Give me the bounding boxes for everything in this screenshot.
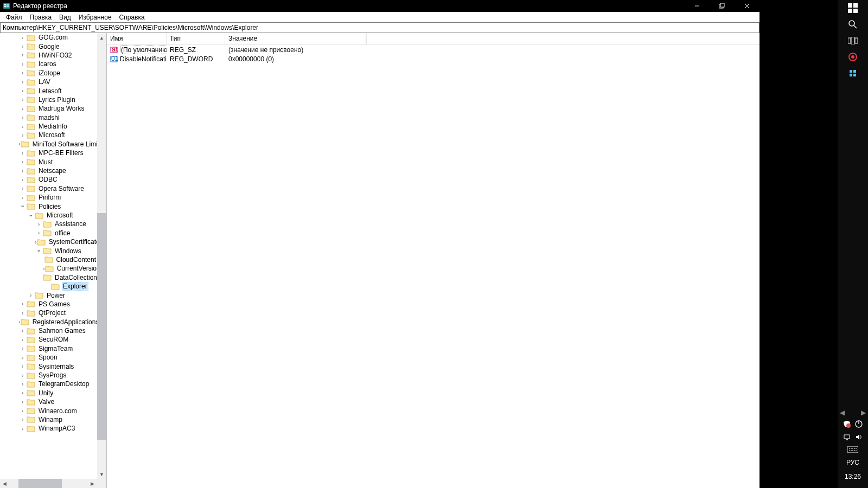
taskbar-app-record[interactable] bbox=[840, 49, 866, 65]
expand-icon[interactable]: › bbox=[35, 221, 43, 227]
expand-icon[interactable]: › bbox=[18, 168, 27, 174]
expand-icon[interactable]: › bbox=[18, 301, 27, 307]
tree-item[interactable]: ›Sahmon Games bbox=[0, 326, 97, 335]
tree-item[interactable]: ›Sysinternals bbox=[0, 362, 97, 370]
expand-icon[interactable]: › bbox=[18, 43, 27, 49]
tray-overflow[interactable]: ◀▶ bbox=[838, 408, 868, 418]
tree-item[interactable]: ›PS Games bbox=[0, 300, 97, 309]
expand-icon[interactable]: › bbox=[18, 124, 27, 130]
expand-icon[interactable]: › bbox=[18, 114, 27, 120]
tree-item[interactable]: ›Madruga Works bbox=[0, 104, 97, 113]
expand-icon[interactable]: › bbox=[18, 337, 27, 343]
hscroll-thumb[interactable] bbox=[18, 479, 62, 488]
expand-icon[interactable]: › bbox=[18, 399, 27, 405]
expand-icon[interactable]: › bbox=[18, 328, 27, 334]
search-icon[interactable] bbox=[840, 16, 866, 33]
tree-item[interactable]: DataCollection bbox=[0, 273, 97, 282]
expand-icon[interactable]: › bbox=[18, 345, 27, 351]
tree-item[interactable]: ›madshi bbox=[0, 113, 97, 122]
expand-icon[interactable]: › bbox=[18, 106, 27, 112]
tree-item[interactable]: ›WinampAC3 bbox=[0, 424, 97, 433]
tree-item[interactable]: ›CurrentVersion bbox=[0, 264, 97, 273]
tree-item[interactable]: ›Opera Software bbox=[0, 184, 97, 193]
tree-item[interactable]: ›Letasoft bbox=[0, 86, 97, 95]
collapse-icon[interactable]: ⌄ bbox=[18, 202, 27, 208]
tree-item[interactable]: ⌄Microsoft bbox=[0, 211, 97, 220]
expand-icon[interactable]: › bbox=[18, 150, 27, 156]
collapse-icon[interactable]: ⌄ bbox=[35, 247, 43, 253]
expand-icon[interactable]: › bbox=[18, 97, 27, 102]
tree-hscrollbar[interactable]: ◀ ▶ bbox=[0, 479, 106, 488]
tree-item[interactable]: ›Lyrics Plugin bbox=[0, 95, 97, 104]
tree-item[interactable]: ›RegisteredApplications bbox=[0, 318, 97, 326]
tree-item[interactable]: Explorer bbox=[0, 282, 97, 291]
tree-item[interactable]: ›ODBC bbox=[0, 175, 97, 184]
expand-icon[interactable]: › bbox=[18, 79, 27, 85]
tree-item[interactable]: ›SysProgs bbox=[0, 371, 97, 380]
tree-item[interactable]: ›Netscape bbox=[0, 166, 97, 175]
tree-item[interactable]: ›Spoon bbox=[0, 353, 97, 362]
menu-file[interactable]: Файл bbox=[2, 12, 26, 22]
address-input[interactable] bbox=[1, 23, 759, 33]
tree-item[interactable]: ›Unity bbox=[0, 389, 97, 397]
taskbar-app-regedit[interactable] bbox=[840, 65, 866, 81]
collapse-icon[interactable]: ⌄ bbox=[27, 211, 35, 217]
registry-tree[interactable]: ›GOG.com›Google›HWiNFO32›Icaros›iZotope›… bbox=[0, 33, 97, 479]
menu-view[interactable]: Вид bbox=[55, 12, 75, 22]
tray-keyboard-icon[interactable] bbox=[847, 446, 858, 453]
tree-item[interactable]: ⌄Policies bbox=[0, 202, 97, 210]
tree-item[interactable]: ›Icaros bbox=[0, 60, 97, 68]
minimize-button[interactable] bbox=[685, 0, 710, 12]
tree-item[interactable]: ›HWiNFO32 bbox=[0, 51, 97, 60]
tree-item[interactable]: ›Winamp bbox=[0, 415, 97, 424]
tray-power-icon[interactable] bbox=[855, 420, 863, 428]
menu-favorites[interactable]: Избранное bbox=[75, 12, 116, 22]
expand-icon[interactable]: › bbox=[18, 310, 27, 316]
tree-item[interactable]: ›Must bbox=[0, 157, 97, 166]
tree-item[interactable]: ⌄Windows bbox=[0, 246, 97, 255]
tree-item[interactable]: ›office bbox=[0, 229, 97, 237]
tree-item[interactable]: ›MediaInfo bbox=[0, 122, 97, 131]
tree-vscrollbar[interactable]: ▲ ▼ bbox=[97, 33, 106, 479]
expand-icon[interactable]: › bbox=[35, 230, 43, 236]
task-view-icon[interactable] bbox=[840, 33, 866, 49]
tree-item[interactable]: ›Assistance bbox=[0, 220, 97, 228]
tree-item[interactable]: ›GOG.com bbox=[0, 33, 97, 42]
expand-icon[interactable]: › bbox=[18, 195, 27, 201]
expand-icon[interactable]: › bbox=[18, 88, 27, 94]
menu-edit[interactable]: Правка bbox=[26, 12, 56, 22]
values-list[interactable]: ab(По умолчанию)REG_SZ(значение не присв… bbox=[107, 45, 760, 488]
value-row[interactable]: 011DisableNotificati...REG_DWORD0x000000… bbox=[107, 54, 760, 63]
scroll-left-icon[interactable]: ◀ bbox=[0, 479, 9, 488]
expand-icon[interactable]: › bbox=[18, 132, 27, 138]
menu-help[interactable]: Справка bbox=[116, 12, 149, 22]
tree-item[interactable]: ›Microsoft bbox=[0, 131, 97, 139]
expand-icon[interactable]: › bbox=[18, 70, 27, 76]
tree-item[interactable]: ›Valve bbox=[0, 397, 97, 406]
tree-item[interactable]: ›MiniTool Software Limited bbox=[0, 140, 97, 149]
tree-item[interactable]: ›Winaero.com bbox=[0, 406, 97, 415]
expand-icon[interactable]: › bbox=[18, 52, 27, 58]
scroll-up-icon[interactable]: ▲ bbox=[97, 33, 106, 42]
start-button[interactable] bbox=[840, 0, 866, 16]
tree-item[interactable]: ›QtProject bbox=[0, 309, 97, 317]
tree-item[interactable]: ›iZotope bbox=[0, 69, 97, 78]
expand-icon[interactable]: › bbox=[18, 390, 27, 396]
tree-item[interactable]: ›TelegramDesktop bbox=[0, 380, 97, 388]
scroll-thumb[interactable] bbox=[97, 213, 106, 440]
maximize-button[interactable] bbox=[710, 0, 735, 12]
tree-item[interactable]: ›Power bbox=[0, 291, 97, 299]
tray-volume-icon[interactable] bbox=[855, 433, 863, 441]
col-name[interactable]: Имя bbox=[107, 33, 167, 44]
expand-icon[interactable]: › bbox=[18, 408, 27, 414]
expand-icon[interactable]: › bbox=[18, 61, 27, 67]
tree-item[interactable]: ›SecuROM bbox=[0, 335, 97, 344]
tray-clock[interactable]: 13:26 bbox=[845, 470, 861, 484]
tree-item[interactable]: CloudContent bbox=[0, 255, 97, 264]
close-button[interactable] bbox=[735, 0, 760, 12]
scroll-right-icon[interactable]: ▶ bbox=[88, 479, 97, 488]
expand-icon[interactable]: › bbox=[27, 292, 35, 298]
expand-icon[interactable]: › bbox=[18, 426, 27, 432]
tray-network-icon[interactable] bbox=[843, 433, 851, 441]
tray-language[interactable]: РУС bbox=[846, 455, 859, 470]
